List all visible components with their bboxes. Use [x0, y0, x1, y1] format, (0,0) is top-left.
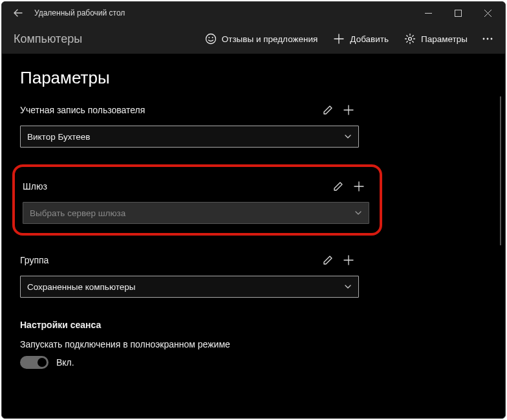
group-select[interactable]: Сохраненные компьютеры — [20, 276, 359, 298]
user-account-section: Учетная запись пользователя Виктор Бухте… — [20, 100, 492, 148]
pencil-icon — [332, 181, 344, 192]
add-label: Добавить — [350, 34, 389, 44]
session-settings-heading: Настройки сеанса — [20, 320, 492, 330]
app-window: Удаленный рабочий стол Компьютеры Отзывы… — [1, 1, 506, 419]
maximize-icon — [455, 10, 462, 17]
more-button[interactable] — [475, 27, 500, 51]
window-controls — [413, 2, 502, 24]
feedback-button[interactable]: Отзывы и предложения — [197, 27, 326, 51]
cmdbar-title: Компьютеры — [14, 32, 197, 46]
user-account-select[interactable]: Виктор Бухтеев — [20, 126, 359, 148]
svg-point-5 — [483, 38, 485, 40]
titlebar: Удаленный рабочий стол — [2, 2, 505, 24]
edit-user-account-button[interactable] — [318, 100, 338, 120]
ellipsis-icon — [482, 38, 493, 40]
chevron-down-icon — [354, 209, 362, 217]
fullscreen-toggle-row: Вкл. — [20, 356, 492, 369]
pencil-icon — [322, 104, 334, 116]
command-bar: Компьютеры Отзывы и предложения Добавить… — [2, 24, 505, 54]
gateway-section-highlight: Шлюз Выбрать сервер шлюза — [12, 164, 382, 236]
add-gateway-button[interactable] — [349, 176, 369, 197]
svg-point-6 — [487, 38, 489, 40]
plus-icon — [353, 181, 365, 192]
svg-point-2 — [208, 37, 210, 38]
plus-icon — [333, 33, 345, 45]
back-button[interactable] — [7, 2, 29, 24]
arrow-left-icon — [13, 8, 23, 18]
gateway-label: Шлюз — [23, 181, 328, 192]
page-title: Параметры — [20, 68, 492, 88]
group-value: Сохраненные компьютеры — [27, 282, 135, 292]
smiley-icon — [205, 33, 217, 45]
svg-point-3 — [211, 37, 213, 38]
chevron-down-icon — [344, 283, 352, 291]
chevron-down-icon — [344, 133, 352, 140]
minimize-icon — [425, 10, 432, 17]
minimize-button[interactable] — [413, 2, 443, 24]
plus-icon — [343, 254, 354, 266]
user-account-label: Учетная запись пользователя — [20, 105, 318, 115]
feedback-label: Отзывы и предложения — [222, 34, 318, 44]
group-label: Группа — [20, 255, 318, 265]
app-title: Удаленный рабочий стол — [34, 8, 125, 17]
toggle-state-label: Вкл. — [56, 357, 74, 368]
plus-icon — [343, 104, 354, 116]
fullscreen-toggle[interactable] — [20, 356, 49, 369]
group-section: Группа Сохраненные компьютеры — [20, 250, 492, 298]
gateway-select[interactable]: Выбрать сервер шлюза — [23, 202, 369, 224]
maximize-button[interactable] — [443, 2, 473, 24]
scrollbar[interactable] — [500, 96, 501, 245]
toggle-knob — [38, 358, 47, 367]
close-icon — [484, 10, 491, 17]
content-area: Параметры Учетная запись пользователя Ви… — [2, 54, 505, 418]
add-group-button[interactable] — [338, 250, 359, 271]
close-button[interactable] — [473, 2, 502, 24]
svg-rect-0 — [455, 10, 461, 16]
add-button[interactable]: Добавить — [325, 27, 396, 51]
svg-point-1 — [206, 34, 215, 44]
svg-point-7 — [491, 38, 493, 40]
gateway-placeholder: Выбрать сервер шлюза — [30, 208, 125, 218]
gear-icon — [404, 33, 416, 45]
pencil-icon — [322, 254, 334, 266]
edit-gateway-button[interactable] — [328, 176, 349, 197]
user-account-value: Виктор Бухтеев — [27, 132, 91, 142]
settings-label: Параметры — [421, 34, 468, 44]
add-user-account-button[interactable] — [338, 100, 359, 120]
fullscreen-setting-label: Запускать подключения в полноэкранном ре… — [20, 339, 492, 349]
edit-group-button[interactable] — [318, 250, 338, 271]
settings-button[interactable]: Параметры — [396, 27, 475, 51]
svg-point-4 — [409, 38, 412, 41]
